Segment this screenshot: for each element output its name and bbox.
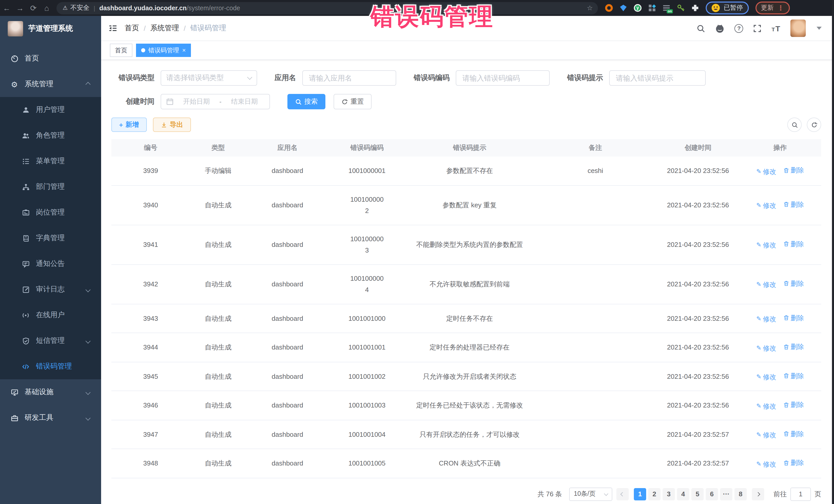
sidebar-item-audit-log[interactable]: 审计日志 — [0, 277, 101, 302]
table-tools — [787, 117, 821, 132]
page-button-6[interactable]: 6 — [706, 488, 718, 500]
refresh-table-button[interactable] — [807, 117, 821, 132]
cell-type: 自动生成 — [190, 185, 246, 225]
app-name-input[interactable] — [302, 70, 396, 86]
sidebar-item-sms-shield[interactable]: 短信管理 — [0, 328, 101, 354]
cell-type: 自动生成 — [190, 420, 246, 449]
sidebar-item-online-user[interactable]: 在线用户 — [0, 302, 101, 328]
page-button-8[interactable]: 8 — [734, 488, 747, 500]
sidebar-item-dashboard[interactable]: 首页 — [0, 46, 101, 71]
error-type-select[interactable]: 请选择错误码类型 — [161, 70, 257, 86]
edit-link[interactable]: ✎修改 — [756, 459, 776, 469]
sidebar-item-dictionary[interactable]: 字典管理 — [0, 225, 101, 251]
page-ellipsis[interactable]: ··· — [720, 488, 732, 500]
export-button[interactable]: 导出 — [153, 117, 191, 132]
delete-link[interactable]: 删除 — [783, 312, 804, 323]
delete-link[interactable]: 删除 — [783, 428, 804, 439]
edit-link[interactable]: ✎修改 — [756, 240, 776, 251]
page-button-5[interactable]: 5 — [691, 488, 704, 500]
edit-link[interactable]: ✎修改 — [756, 343, 776, 353]
sidebar-item-gear[interactable]: ⚙系统管理 — [0, 71, 101, 97]
profile-paused-badge[interactable]: 已暂停 — [706, 2, 749, 14]
sidebar-item-users[interactable]: 角色管理 — [0, 123, 101, 148]
address-bar[interactable]: ⚠ 不安全 | dashboard.yudao.iocoder.cn /syst… — [57, 2, 598, 14]
sidebar-item-id-card[interactable]: 岗位管理 — [0, 200, 101, 225]
cell-type: 手动编辑 — [190, 156, 246, 185]
error-code-input[interactable] — [456, 70, 550, 86]
extension-gem-icon[interactable] — [619, 4, 627, 12]
reset-button[interactable]: 重置 — [334, 94, 372, 109]
edit-link[interactable]: ✎修改 — [756, 430, 776, 440]
sidebar-item-org-tree[interactable]: 部门管理 — [0, 174, 101, 200]
edit-link[interactable]: ✎修改 — [756, 200, 776, 211]
delete-link[interactable]: 删除 — [783, 239, 804, 249]
sidebar-item-error-code[interactable]: 错误码管理 — [0, 354, 101, 379]
edit-icon: ✎ — [756, 343, 761, 353]
extension-list-icon[interactable]: on — [663, 4, 670, 12]
extension-y-icon[interactable]: y — [634, 4, 641, 12]
error-tip-input[interactable] — [609, 70, 706, 86]
delete-link[interactable]: 删除 — [783, 370, 804, 381]
error-type-label: 错误码类型 — [111, 73, 154, 83]
add-button[interactable]: + 新增 — [111, 117, 147, 132]
font-size-icon[interactable]: TT — [772, 24, 781, 32]
extension-key-icon[interactable] — [677, 4, 685, 12]
help-icon[interactable]: ? — [735, 24, 743, 32]
goto-page-input[interactable] — [790, 487, 811, 501]
browser-update-button[interactable]: 更新 ⋮ — [755, 2, 790, 14]
bookmark-star-icon[interactable]: ☆ — [587, 4, 593, 12]
prev-page-button[interactable] — [616, 488, 629, 500]
delete-link[interactable]: 删除 — [783, 341, 804, 352]
delete-link[interactable]: 删除 — [783, 278, 804, 289]
breadcrumb-system[interactable]: 系统管理 — [150, 24, 179, 33]
sidebar-item-dev-tools[interactable]: 研发工具 — [0, 405, 101, 431]
edit-link[interactable]: ✎修改 — [756, 400, 776, 411]
browser-reload-icon[interactable]: ⟳ — [27, 3, 40, 13]
github-icon[interactable] — [715, 23, 725, 33]
sidebar-item-announcement[interactable]: 通知公告 — [0, 251, 101, 277]
sidebar-fold-icon[interactable] — [108, 24, 117, 33]
edit-link[interactable]: ✎修改 — [756, 372, 776, 382]
page-button-4[interactable]: 4 — [677, 488, 689, 500]
delete-link[interactable]: 删除 — [783, 165, 804, 176]
tab-home[interactable]: 首页 — [110, 44, 132, 57]
fullscreen-icon[interactable] — [753, 24, 762, 32]
edit-icon: ✎ — [756, 200, 761, 211]
page-button-2[interactable]: 2 — [648, 488, 660, 500]
delete-link[interactable]: 删除 — [783, 457, 804, 468]
page-button-3[interactable]: 3 — [663, 488, 675, 500]
delete-link[interactable]: 删除 — [783, 199, 804, 210]
extension-squares-icon[interactable] — [648, 4, 656, 12]
browser-forward-icon[interactable]: → — [13, 4, 27, 12]
search-button[interactable]: 搜索 — [287, 94, 325, 109]
browser-home-icon[interactable]: ⌂ — [40, 4, 53, 12]
show-search-button[interactable] — [787, 117, 802, 132]
cell-actions: ✎修改删除 — [739, 264, 821, 304]
date-range-picker[interactable]: 开始日期 - 结束日期 — [161, 94, 270, 109]
search-icon[interactable] — [697, 24, 705, 32]
edit-link[interactable]: ✎修改 — [756, 313, 776, 324]
next-page-button[interactable] — [752, 488, 764, 500]
delete-link[interactable]: 删除 — [783, 399, 804, 410]
kebab-menu-icon[interactable]: ⋮ — [777, 5, 784, 11]
page-button-1[interactable]: 1 — [634, 488, 646, 500]
tab-error-code[interactable]: 错误码管理 × — [136, 44, 191, 57]
browser-back-icon[interactable]: ← — [0, 4, 13, 12]
cell-code: 1001001001 — [328, 333, 405, 362]
cell-time: 2021-04-20 23:52:56 — [657, 156, 739, 185]
extension-puzzle-icon[interactable] — [691, 4, 699, 12]
breadcrumb-home[interactable]: 首页 — [125, 24, 139, 33]
sidebar-item-infrastructure[interactable]: 基础设施 — [0, 379, 101, 405]
sidebar-item-user[interactable]: 用户管理 — [0, 97, 101, 123]
cell-app: dashboard — [246, 264, 328, 304]
tab-close-icon[interactable]: × — [182, 47, 186, 54]
avatar-caret-icon[interactable] — [816, 27, 822, 30]
edit-link[interactable]: ✎修改 — [756, 280, 776, 290]
user-avatar[interactable] — [790, 20, 806, 37]
sidebar-item-menu-tree[interactable]: 菜单管理 — [0, 148, 101, 174]
page-size-select[interactable]: 10条/页 — [569, 487, 612, 501]
extension-donut-icon[interactable] — [605, 4, 613, 12]
edit-link[interactable]: ✎修改 — [756, 166, 776, 177]
tags-view-bar: 首页 错误码管理 × — [101, 41, 834, 60]
edit-icon: ✎ — [756, 166, 761, 177]
